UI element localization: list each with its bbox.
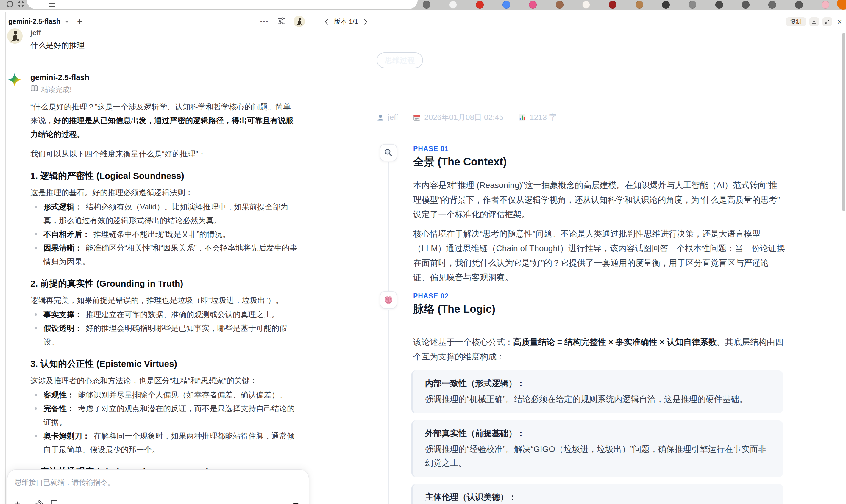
bullet-text: 推理建立在可靠的数据、准确的观测或公认的真理之上。: [86, 310, 279, 319]
report-date: 2026年01月08日 02:45: [424, 112, 504, 123]
copy-button[interactable]: 复制: [786, 17, 806, 26]
report-meta: jeff 2026年01月08日 02:45 121: [376, 112, 760, 123]
attach-button[interactable]: +: [15, 499, 20, 504]
composer[interactable]: 思维接口已就绪，请传输指令。 +: [7, 469, 309, 504]
book-icon: [30, 85, 38, 94]
screen: gemini-2.5-flash + •••: [0, 0, 846, 504]
browser-extension-icon[interactable]: [503, 1, 510, 8]
scrollbar-thumb[interactable]: [842, 33, 845, 211]
bar-chart-icon: [518, 114, 526, 121]
browser-address-bar[interactable]: [27, 0, 418, 9]
phase-title: 脉络 (The Logic): [413, 303, 795, 316]
list-item: 不自相矛盾：推理链条中不能出现“既是又非”的情况。: [30, 227, 298, 241]
report-phases: PHASE 01全景 (The Context)本内容是对“推理 (Reason…: [341, 144, 795, 504]
dimension-cards: 内部一致性（形式逻辑）：强调推理的“机械正确”。结论必须在给定的规则系统内逻辑自…: [413, 371, 795, 504]
bold-text: 好的推理是从已知信息出发，通过严密的逻辑路径，得出可靠且有说服力结论的过程。: [30, 116, 294, 139]
bullet-label: 事实支撑：: [43, 310, 82, 319]
list-item: 假设透明：好的推理会明确指明哪些是已知事实，哪些是基于可能的假设。: [30, 321, 298, 349]
artifact-content[interactable]: 思维过程 精读分析报告 jeff 2: [341, 33, 795, 504]
assistant-status-row: 精读完成!: [30, 85, 298, 94]
version-label: 版本 1/1: [334, 17, 358, 26]
bullet-label: 客观性：: [43, 390, 74, 399]
user-message-avatar[interactable]: [7, 28, 23, 44]
next-version-button[interactable]: [362, 17, 369, 26]
browser-extension-icon[interactable]: [582, 1, 590, 8]
dimension-card: 主体伦理（认识美德）：转向推理者的心理特征。引入奥卡姆剃刀和反向论证，旨在克服人…: [411, 484, 783, 504]
prev-version-button[interactable]: [323, 17, 330, 26]
browser-extension-icon[interactable]: [689, 1, 696, 8]
report-phase: PHASE 02脉络 (The Logic)该论述基于一个核心公式：高质量结论 …: [341, 291, 795, 504]
bullet-label: 因果清晰：: [43, 244, 82, 252]
close-icon[interactable]: ×: [838, 18, 842, 25]
bullet-label: 完备性：: [43, 404, 74, 413]
composer-input[interactable]: 思维接口已就绪，请传输指令。: [15, 478, 302, 487]
phase-label: PHASE 02: [413, 291, 795, 300]
browser-extensions-row: [423, 1, 829, 8]
report-phase: PHASE 01全景 (The Context)本内容是对“推理 (Reason…: [341, 144, 795, 291]
section-heading: 2. 前提的真实性 (Grounding in Truth): [30, 277, 298, 290]
assistant-message: gemini-2.5-flash 精读完成! “什么是好的推理？”这是一个涉及逻…: [7, 72, 298, 504]
browser-extension-icon[interactable]: [556, 1, 564, 8]
commands-icon[interactable]: [35, 500, 43, 504]
assistant-sections: 1. 逻辑的严密性 (Logical Soundness)这是推理的基石。好的推…: [30, 169, 298, 504]
card-body: 强调推理的“经验校准”。解决“GIGO（垃圾进，垃圾出）”问题，确保推理引擎运行…: [425, 443, 771, 470]
fullscreen-button[interactable]: [823, 17, 832, 26]
browser-extension-icon[interactable]: [742, 1, 750, 8]
bullet-label: 形式逻辑：: [43, 202, 82, 211]
bullet-label: 不自相矛盾：: [43, 230, 90, 239]
new-chat-button[interactable]: +: [77, 17, 83, 26]
bullet-text: 考虑了对立的观点和潜在的反证，而不是只选择支持自己结论的证据。: [43, 404, 295, 427]
browser-history-icon[interactable]: [6, 1, 13, 7]
magnifier-icon: [380, 144, 397, 161]
divider: [28, 500, 28, 504]
list-item: 形式逻辑：结构必须有效（Valid）。比如演绎推理中，如果前提全部为真，那么通过…: [30, 200, 298, 227]
user-message-text: 什么是好的推理: [30, 40, 298, 51]
browser-extension-icon[interactable]: [449, 1, 457, 8]
card-title: 外部真实性（前提基础）：: [425, 428, 771, 439]
browser-extension-icon[interactable]: [662, 1, 670, 8]
dimension-card: 外部真实性（前提基础）：强调推理的“经验校准”。解决“GIGO（垃圾进，垃圾出）…: [411, 420, 783, 477]
tab-favicon: [49, 3, 55, 7]
browser-profile-icon[interactable]: [837, 0, 846, 10]
message-list[interactable]: jeff 什么是好的推理: [7, 27, 298, 504]
report-badge: 思维过程: [376, 52, 423, 68]
chat-title[interactable]: gemini-2.5-flash: [8, 18, 60, 25]
browser-extension-icon[interactable]: [609, 1, 616, 8]
assistant-intro-paragraph: “什么是好的推理？”这是一个涉及逻辑学、认知科学和哲学核心的问题。简单来说，好的…: [30, 100, 298, 141]
download-button[interactable]: [809, 17, 819, 26]
browser-extension-icon[interactable]: [768, 1, 776, 8]
section-intro: 逻辑再完美，如果前提是错误的，推理也是垃圾（即“垃圾进，垃圾出”）。: [30, 293, 298, 307]
card-body: 强调推理的“机械正确”。结论必须在给定的规则系统内逻辑自洽，这是推理的硬件基础。: [425, 392, 771, 406]
calendar-icon: [413, 114, 421, 121]
more-options-button[interactable]: •••: [260, 18, 269, 24]
bullet-label: 假设透明：: [43, 324, 82, 332]
user-avatar[interactable]: [294, 16, 305, 27]
model-settings-icon[interactable]: [278, 17, 285, 26]
chevron-down-icon[interactable]: [64, 18, 70, 24]
list-item: 客观性：能够识别并尽量排除个人偏见（如幸存者偏差、确认偏差）。: [30, 388, 298, 402]
artifact-toolbar: 版本 1/1 复制: [310, 10, 846, 33]
bookmark-icon[interactable]: [51, 500, 58, 504]
browser-extension-icon[interactable]: [423, 1, 430, 8]
brain-icon: [380, 291, 397, 308]
browser-extension-icon[interactable]: [822, 1, 829, 8]
bold-text: 高质量结论 = 结构完整性 × 事实准确性 × 认知自律系数: [513, 337, 717, 347]
browser-extension-icon[interactable]: [636, 1, 643, 8]
artifact-panel: 版本 1/1 复制: [310, 10, 846, 504]
browser-apps-grid-icon[interactable]: [18, 1, 24, 7]
list-item: 事实支撑：推理建立在可靠的数据、准确的观测或公认的真理之上。: [30, 308, 298, 321]
browser-extension-icon[interactable]: [529, 1, 537, 8]
phase-lead-paragraph: 该论述基于一个核心公式：高质量结论 = 结构完整性 × 事实准确性 × 认知自律…: [413, 335, 785, 364]
list-item: 奥卡姆剃刀：在解释同一个现象时，如果两种推理都能站得住脚，通常倾向于最简单、假设…: [30, 429, 298, 456]
list-item: 因果清晰：能准确区分“相关性”和“因果关系”，不会轻率地将先后发生的事情归为因果…: [30, 241, 298, 268]
bullet-list: 事实支撑：推理建立在可靠的数据、准确的观测或公认的真理之上。假设透明：好的推理会…: [30, 308, 298, 349]
phase-paragraph: 本内容是对“推理 (Reasoning)”这一抽象概念的高层建模。在知识爆炸与人…: [413, 178, 785, 222]
report-hero: 思维过程 精读分析报告 jeff 2: [341, 33, 795, 128]
card-title: 主体伦理（认识美德）：: [425, 491, 771, 503]
dimension-card: 内部一致性（形式逻辑）：强调推理的“机械正确”。结论必须在给定的规则系统内逻辑自…: [411, 371, 783, 413]
app-window: gemini-2.5-flash + •••: [0, 10, 846, 504]
section-heading: 1. 逻辑的严密性 (Logical Soundness): [30, 169, 298, 182]
browser-extension-icon[interactable]: [795, 1, 803, 8]
browser-extension-icon[interactable]: [476, 1, 484, 8]
browser-extension-icon[interactable]: [715, 1, 723, 8]
